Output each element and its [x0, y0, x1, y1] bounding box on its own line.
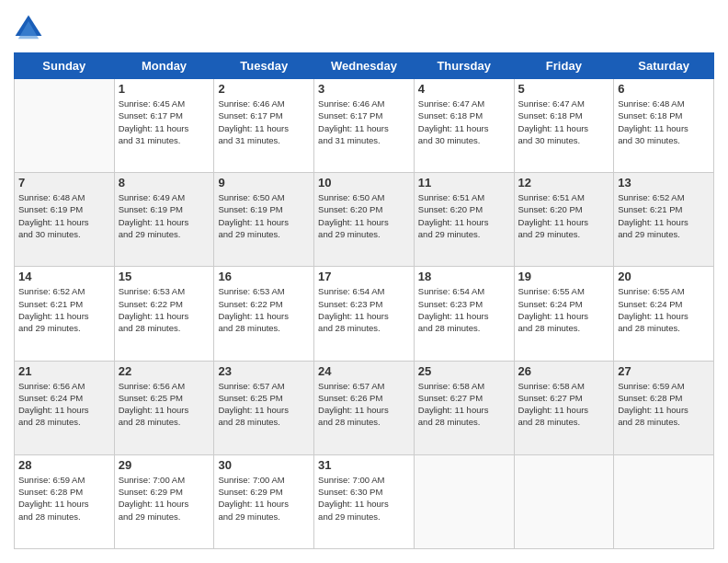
calendar-cell: 26Sunrise: 6:58 AM Sunset: 6:27 PM Dayli…: [514, 361, 614, 454]
day-info: Sunrise: 6:58 AM Sunset: 6:27 PM Dayligh…: [418, 380, 510, 429]
day-info: Sunrise: 6:53 AM Sunset: 6:22 PM Dayligh…: [119, 285, 210, 334]
calendar-cell: 25Sunrise: 6:58 AM Sunset: 6:27 PM Dayli…: [414, 361, 514, 454]
calendar-week-row: 7Sunrise: 6:48 AM Sunset: 6:19 PM Daylig…: [15, 173, 714, 267]
calendar-cell: 18Sunrise: 6:54 AM Sunset: 6:23 PM Dayli…: [414, 267, 514, 361]
day-info: Sunrise: 6:51 AM Sunset: 6:20 PM Dayligh…: [518, 191, 610, 240]
day-number: 1: [119, 82, 210, 96]
day-info: Sunrise: 7:00 AM Sunset: 6:30 PM Dayligh…: [318, 474, 410, 523]
weekday-header-sunday: Sunday: [15, 53, 115, 79]
day-number: 23: [218, 364, 310, 378]
calendar-cell: 20Sunrise: 6:55 AM Sunset: 6:24 PM Dayli…: [614, 267, 714, 361]
day-info: Sunrise: 6:56 AM Sunset: 6:25 PM Dayligh…: [119, 380, 210, 429]
day-number: 3: [318, 82, 410, 96]
day-info: Sunrise: 6:49 AM Sunset: 6:19 PM Dayligh…: [119, 191, 210, 240]
day-number: 20: [618, 270, 710, 283]
weekday-header-row: SundayMondayTuesdayWednesdayThursdayFrid…: [15, 53, 714, 79]
day-number: 18: [418, 270, 510, 283]
day-number: 26: [518, 364, 610, 378]
header: [14, 14, 714, 43]
calendar-cell: 23Sunrise: 6:57 AM Sunset: 6:25 PM Dayli…: [214, 361, 314, 454]
day-number: 4: [418, 82, 510, 96]
day-info: Sunrise: 6:52 AM Sunset: 6:21 PM Dayligh…: [618, 191, 710, 240]
day-number: 31: [318, 458, 410, 472]
calendar-cell: 22Sunrise: 6:56 AM Sunset: 6:25 PM Dayli…: [114, 361, 214, 454]
day-number: 22: [119, 364, 210, 378]
weekday-header-monday: Monday: [114, 53, 214, 79]
calendar-cell: 15Sunrise: 6:53 AM Sunset: 6:22 PM Dayli…: [114, 267, 214, 361]
calendar-cell: 8Sunrise: 6:49 AM Sunset: 6:19 PM Daylig…: [114, 173, 214, 267]
calendar-cell: 2Sunrise: 6:46 AM Sunset: 6:17 PM Daylig…: [214, 79, 314, 173]
day-info: Sunrise: 6:51 AM Sunset: 6:20 PM Dayligh…: [418, 191, 510, 240]
day-number: 24: [318, 364, 410, 378]
page: SundayMondayTuesdayWednesdayThursdayFrid…: [0, 0, 728, 563]
logo: [14, 14, 47, 43]
day-info: Sunrise: 6:52 AM Sunset: 6:21 PM Dayligh…: [18, 285, 110, 334]
calendar-cell: 10Sunrise: 6:50 AM Sunset: 6:20 PM Dayli…: [314, 173, 415, 267]
weekday-header-thursday: Thursday: [414, 53, 514, 79]
calendar-week-row: 1Sunrise: 6:45 AM Sunset: 6:17 PM Daylig…: [15, 79, 714, 173]
calendar-cell: 11Sunrise: 6:51 AM Sunset: 6:20 PM Dayli…: [414, 173, 514, 267]
day-number: 10: [318, 176, 410, 190]
calendar-cell: [15, 79, 115, 173]
weekday-header-wednesday: Wednesday: [314, 53, 415, 79]
calendar-cell: 28Sunrise: 6:59 AM Sunset: 6:28 PM Dayli…: [15, 454, 115, 548]
calendar-cell: 24Sunrise: 6:57 AM Sunset: 6:26 PM Dayli…: [314, 361, 415, 454]
calendar-cell: 3Sunrise: 6:46 AM Sunset: 6:17 PM Daylig…: [314, 79, 415, 173]
calendar-week-row: 14Sunrise: 6:52 AM Sunset: 6:21 PM Dayli…: [15, 267, 714, 361]
day-info: Sunrise: 6:53 AM Sunset: 6:22 PM Dayligh…: [218, 285, 310, 334]
calendar-cell: 27Sunrise: 6:59 AM Sunset: 6:28 PM Dayli…: [614, 361, 714, 454]
calendar-week-row: 21Sunrise: 6:56 AM Sunset: 6:24 PM Dayli…: [15, 361, 714, 454]
day-number: 25: [418, 364, 510, 378]
day-info: Sunrise: 6:45 AM Sunset: 6:17 PM Dayligh…: [119, 98, 210, 146]
calendar-week-row: 28Sunrise: 6:59 AM Sunset: 6:28 PM Dayli…: [15, 454, 714, 548]
calendar-cell: [614, 454, 714, 548]
day-info: Sunrise: 6:50 AM Sunset: 6:20 PM Dayligh…: [318, 191, 410, 240]
day-info: Sunrise: 6:54 AM Sunset: 6:23 PM Dayligh…: [418, 285, 510, 334]
day-number: 15: [119, 270, 210, 283]
day-number: 7: [18, 176, 110, 190]
weekday-header-tuesday: Tuesday: [214, 53, 314, 79]
day-info: Sunrise: 6:59 AM Sunset: 6:28 PM Dayligh…: [18, 474, 110, 523]
day-info: Sunrise: 6:57 AM Sunset: 6:26 PM Dayligh…: [318, 380, 410, 429]
logo-icon: [14, 14, 43, 43]
day-info: Sunrise: 6:48 AM Sunset: 6:19 PM Dayligh…: [18, 191, 110, 240]
day-info: Sunrise: 6:46 AM Sunset: 6:17 PM Dayligh…: [318, 98, 410, 146]
calendar-cell: 29Sunrise: 7:00 AM Sunset: 6:29 PM Dayli…: [114, 454, 214, 548]
day-number: 30: [218, 458, 310, 472]
day-info: Sunrise: 6:47 AM Sunset: 6:18 PM Dayligh…: [418, 98, 510, 146]
calendar-cell: 17Sunrise: 6:54 AM Sunset: 6:23 PM Dayli…: [314, 267, 415, 361]
calendar-cell: 6Sunrise: 6:48 AM Sunset: 6:18 PM Daylig…: [614, 79, 714, 173]
calendar-cell: 19Sunrise: 6:55 AM Sunset: 6:24 PM Dayli…: [514, 267, 614, 361]
calendar-cell: 12Sunrise: 6:51 AM Sunset: 6:20 PM Dayli…: [514, 173, 614, 267]
calendar-cell: 1Sunrise: 6:45 AM Sunset: 6:17 PM Daylig…: [114, 79, 214, 173]
day-info: Sunrise: 6:57 AM Sunset: 6:25 PM Dayligh…: [218, 380, 310, 429]
day-number: 17: [318, 270, 410, 283]
day-number: 6: [618, 82, 710, 96]
day-info: Sunrise: 6:47 AM Sunset: 6:18 PM Dayligh…: [518, 98, 610, 146]
day-number: 14: [18, 270, 110, 283]
calendar-cell: 4Sunrise: 6:47 AM Sunset: 6:18 PM Daylig…: [414, 79, 514, 173]
day-number: 2: [218, 82, 310, 96]
weekday-header-friday: Friday: [514, 53, 614, 79]
day-number: 16: [218, 270, 310, 283]
calendar-cell: 7Sunrise: 6:48 AM Sunset: 6:19 PM Daylig…: [15, 173, 115, 267]
calendar-cell: 16Sunrise: 6:53 AM Sunset: 6:22 PM Dayli…: [214, 267, 314, 361]
calendar-cell: [414, 454, 514, 548]
calendar-cell: 14Sunrise: 6:52 AM Sunset: 6:21 PM Dayli…: [15, 267, 115, 361]
day-info: Sunrise: 6:59 AM Sunset: 6:28 PM Dayligh…: [618, 380, 710, 429]
calendar-cell: 9Sunrise: 6:50 AM Sunset: 6:19 PM Daylig…: [214, 173, 314, 267]
day-number: 5: [518, 82, 610, 96]
calendar-cell: 21Sunrise: 6:56 AM Sunset: 6:24 PM Dayli…: [15, 361, 115, 454]
day-number: 27: [618, 364, 710, 378]
day-info: Sunrise: 6:50 AM Sunset: 6:19 PM Dayligh…: [218, 191, 310, 240]
day-number: 21: [18, 364, 110, 378]
day-number: 11: [418, 176, 510, 190]
calendar-cell: 13Sunrise: 6:52 AM Sunset: 6:21 PM Dayli…: [614, 173, 714, 267]
day-info: Sunrise: 6:55 AM Sunset: 6:24 PM Dayligh…: [518, 285, 610, 334]
day-number: 13: [618, 176, 710, 190]
day-number: 8: [119, 176, 210, 190]
calendar-cell: 30Sunrise: 7:00 AM Sunset: 6:29 PM Dayli…: [214, 454, 314, 548]
calendar-cell: [514, 454, 614, 548]
day-info: Sunrise: 6:48 AM Sunset: 6:18 PM Dayligh…: [618, 98, 710, 146]
calendar-cell: 5Sunrise: 6:47 AM Sunset: 6:18 PM Daylig…: [514, 79, 614, 173]
